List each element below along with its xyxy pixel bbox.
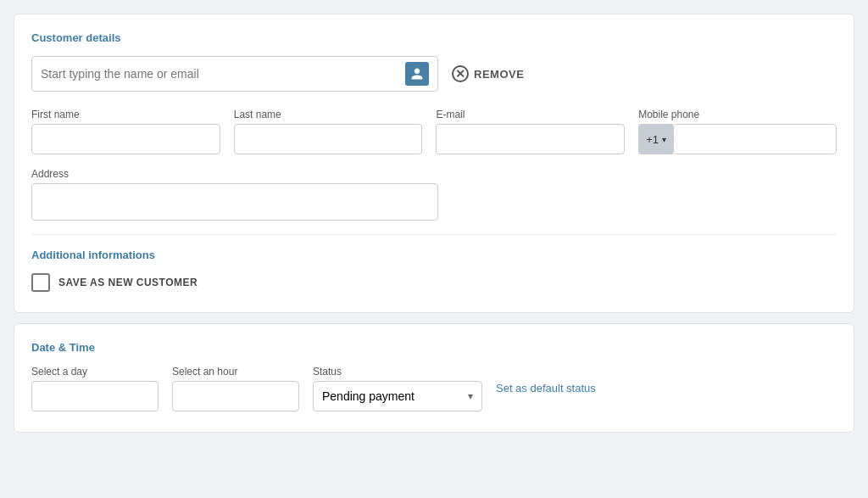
hour-input[interactable]: 9:00am [172,381,299,411]
remove-label: REMOVE [474,68,524,81]
phone-prefix-button[interactable]: +1 ▾ [638,124,673,154]
user-search-icon [405,62,429,86]
save-customer-label: SAVE AS NEW CUSTOMER [58,277,198,288]
address-input[interactable] [31,183,438,221]
divider [31,234,837,235]
first-name-input[interactable] [31,124,220,154]
status-select[interactable]: Pending payment Paid Cancelled [322,389,461,403]
day-label: Select a day [31,366,159,378]
status-group: Status Pending payment Paid Cancelled ▾ [313,366,482,411]
hour-label: Select an hour [172,366,299,378]
customer-details-title: Customer details [31,31,837,44]
last-name-input[interactable] [234,124,423,154]
mobile-phone-label: Mobile phone [638,109,837,120]
email-group: E-mail [436,109,625,154]
phone-number-input[interactable] [673,124,837,154]
phone-prefix-chevron-icon: ▾ [662,135,666,144]
datetime-row: Select a day 12/05/2022 Select an hour 9… [31,366,837,411]
datetime-card: Date & Time Select a day 12/05/2022 Sele… [14,323,854,433]
phone-prefix-value: +1 [646,133,659,146]
status-label: Status [313,366,482,378]
status-chevron-icon: ▾ [468,390,473,402]
mobile-phone-group: Mobile phone +1 ▾ [638,109,837,154]
remove-button[interactable]: ✕ REMOVE [452,65,524,82]
hour-group: Select an hour 9:00am [172,366,299,411]
phone-input-group: +1 ▾ [638,124,837,154]
last-name-label: Last name [234,109,423,120]
address-label: Address [31,168,438,180]
address-row: Address [31,168,837,221]
last-name-group: Last name [234,109,423,154]
set-default-status-button[interactable]: Set as default status [496,382,596,394]
day-input[interactable]: 12/05/2022 [31,381,159,411]
save-customer-checkbox[interactable] [31,273,50,292]
datetime-title: Date & Time [31,341,837,354]
email-input[interactable] [436,124,625,154]
remove-circle-icon: ✕ [452,65,469,82]
address-group: Address [31,168,438,221]
name-email-row: First name Last name E-mail Mobile phone… [31,109,837,154]
first-name-group: First name [31,109,220,154]
customer-search-box[interactable] [31,56,438,92]
first-name-label: First name [31,109,220,120]
customer-search-input[interactable] [41,67,405,81]
save-customer-row: SAVE AS NEW CUSTOMER [31,273,837,292]
set-default-status-label: Set as default status [496,382,596,394]
day-group: Select a day 12/05/2022 [31,366,159,411]
email-label: E-mail [436,109,625,120]
search-row: ✕ REMOVE [31,56,837,92]
status-select-box[interactable]: Pending payment Paid Cancelled ▾ [313,381,482,411]
customer-details-card: Customer details ✕ REMOVE First name Las… [14,14,854,313]
additional-info-title: Additional informations [31,249,837,261]
